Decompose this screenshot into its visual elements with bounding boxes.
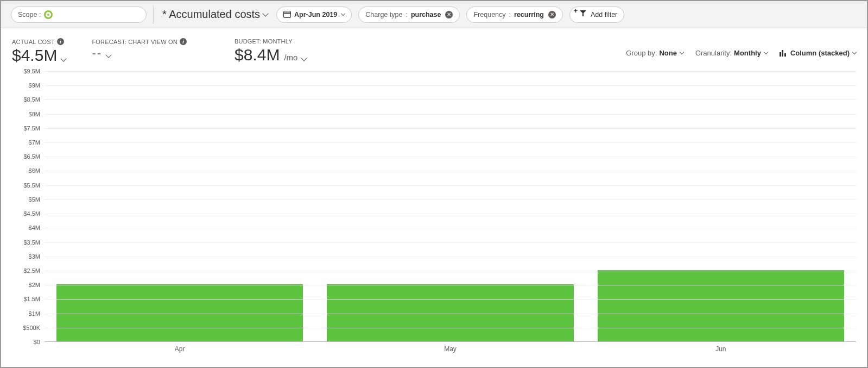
column-chart-icon xyxy=(780,50,786,57)
bar-slot xyxy=(586,71,856,341)
x-tick-label: Jun xyxy=(586,345,856,353)
chevron-down-icon xyxy=(680,50,684,54)
y-tick-label: $5.5M xyxy=(12,182,40,189)
y-tick-label: $9.5M xyxy=(12,68,40,74)
chevron-down-icon xyxy=(852,50,857,54)
divider xyxy=(153,5,154,24)
kpi-value: $4.5M xyxy=(12,46,57,65)
gridline xyxy=(45,99,856,100)
y-tick-label: $1.5M xyxy=(12,296,40,302)
filter-chip-frequency[interactable]: Frequency : recurring ✕ xyxy=(466,7,562,23)
y-tick-label: $2.5M xyxy=(12,267,40,274)
gridline xyxy=(45,128,856,129)
filter-icon xyxy=(580,10,587,17)
view-title-dropdown[interactable]: * Accumulated costs xyxy=(160,8,270,21)
gridline xyxy=(45,257,856,257)
y-tick-label: $7.5M xyxy=(12,125,40,132)
kpi-label: FORECAST: CHART VIEW ON i xyxy=(92,38,187,45)
calendar-icon xyxy=(283,11,291,18)
gridline xyxy=(45,328,856,328)
bars-container xyxy=(45,71,856,341)
x-tick-label: May xyxy=(315,345,585,353)
gridline xyxy=(45,271,856,271)
view-title-text: * Accumulated costs xyxy=(162,8,260,21)
add-filter-button[interactable]: + Add filter xyxy=(569,7,624,23)
gridline xyxy=(45,299,856,300)
kpi-forecast[interactable]: FORECAST: CHART VIEW ON i -- xyxy=(92,38,187,60)
y-tick-label: $6M xyxy=(12,167,40,174)
y-tick-label: $2M xyxy=(12,282,40,288)
plus-icon: + xyxy=(574,7,578,15)
scope-selector[interactable]: Scope : xyxy=(11,7,147,23)
gridline xyxy=(45,228,856,228)
gridline xyxy=(45,142,856,143)
kpi-label: ACTUAL COST i xyxy=(12,38,66,45)
gridline xyxy=(45,71,856,72)
y-tick-label: $3M xyxy=(12,253,40,260)
x-tick-label: Apr xyxy=(45,345,315,353)
filter-key: Charge type xyxy=(365,11,402,18)
gridline xyxy=(45,85,856,86)
date-range-selector[interactable]: Apr-Jun 2019 xyxy=(276,7,352,23)
filter-chip-chargetype[interactable]: Charge type : purchase ✕ xyxy=(358,7,460,23)
filter-value: purchase xyxy=(411,11,441,18)
chevron-down-icon xyxy=(341,11,345,16)
y-tick-label: $4.5M xyxy=(12,210,40,217)
bar[interactable] xyxy=(598,270,844,341)
kpi-value: -- xyxy=(92,46,102,60)
close-icon[interactable]: ✕ xyxy=(445,11,453,18)
gridline xyxy=(45,171,856,171)
chevron-down-icon xyxy=(262,10,268,16)
filter-colon: : xyxy=(406,11,407,18)
y-tick-label: $8M xyxy=(12,111,40,117)
groupby-dropdown[interactable]: Group by: None xyxy=(626,49,683,57)
x-axis: AprMayJun xyxy=(45,345,856,353)
y-tick-label: $500K xyxy=(12,325,40,331)
kpi-value: $8.4M xyxy=(235,46,280,64)
filter-colon: : xyxy=(509,11,511,18)
scope-label: Scope : xyxy=(18,11,41,18)
date-range-text: Apr-Jun 2019 xyxy=(294,11,337,18)
bar-slot xyxy=(45,71,315,341)
kpi-label: BUDGET: MONTHLY xyxy=(235,38,306,45)
y-tick-label: $1M xyxy=(12,310,40,317)
gridline xyxy=(45,285,856,285)
plot-area xyxy=(45,71,856,342)
info-icon[interactable]: i xyxy=(57,38,64,45)
y-tick-label: $7M xyxy=(12,139,40,146)
y-tick-label: $0 xyxy=(12,339,40,345)
close-icon[interactable]: ✕ xyxy=(548,11,556,18)
chevron-down-icon xyxy=(301,55,307,61)
filter-value: recurring xyxy=(514,11,544,18)
y-tick-label: $8.5M xyxy=(12,96,40,103)
toolbar: Scope : * Accumulated costs Apr-Jun 2019… xyxy=(1,1,867,28)
gridline xyxy=(45,114,856,115)
y-tick-label: $3.5M xyxy=(12,239,40,246)
info-icon[interactable]: i xyxy=(180,38,187,45)
y-tick-label: $6.5M xyxy=(12,153,40,160)
gridline xyxy=(45,314,856,314)
y-tick-label: $5M xyxy=(12,196,40,203)
filter-key: Frequency xyxy=(473,11,505,18)
kpi-actual-cost[interactable]: ACTUAL COST i $4.5M xyxy=(12,38,66,65)
chevron-down-icon xyxy=(764,50,768,54)
gridline xyxy=(45,242,856,243)
chart-controls: Group by: None Granularity: Monthly Colu… xyxy=(626,38,856,57)
kpi-budget[interactable]: BUDGET: MONTHLY $8.4M /mo xyxy=(235,38,306,64)
granularity-dropdown[interactable]: Granularity: Monthly xyxy=(695,49,768,57)
kpi-suffix: /mo xyxy=(284,53,297,62)
gridline xyxy=(45,157,856,157)
gridline xyxy=(45,199,856,200)
chevron-down-icon xyxy=(61,55,67,61)
add-filter-label: Add filter xyxy=(591,11,617,18)
y-tick-label: $9M xyxy=(12,82,40,89)
scope-icon xyxy=(44,10,53,19)
y-axis: $0$500K$1M$1.5M$2M$2.5M$3M$3.5M$4M$4.5M$… xyxy=(12,71,40,342)
gridline xyxy=(45,185,856,186)
chevron-down-icon xyxy=(105,52,111,58)
kpi-row: ACTUAL COST i $4.5M FORECAST: CHART VIEW… xyxy=(1,28,867,67)
charttype-dropdown[interactable]: Column (stacked) xyxy=(780,49,856,57)
bar-slot xyxy=(315,71,585,341)
cost-chart: $0$500K$1M$1.5M$2M$2.5M$3M$3.5M$4M$4.5M$… xyxy=(12,71,856,359)
y-tick-label: $4M xyxy=(12,224,40,231)
